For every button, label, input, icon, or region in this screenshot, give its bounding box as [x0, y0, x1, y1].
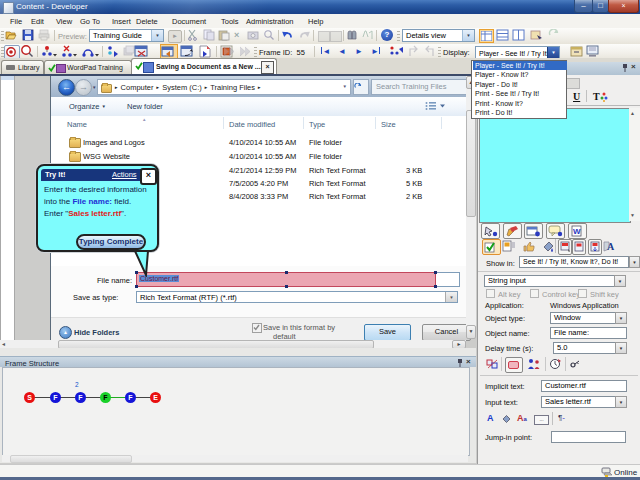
- svg-text:A: A: [607, 241, 615, 252]
- svg-text:W: W: [573, 227, 581, 236]
